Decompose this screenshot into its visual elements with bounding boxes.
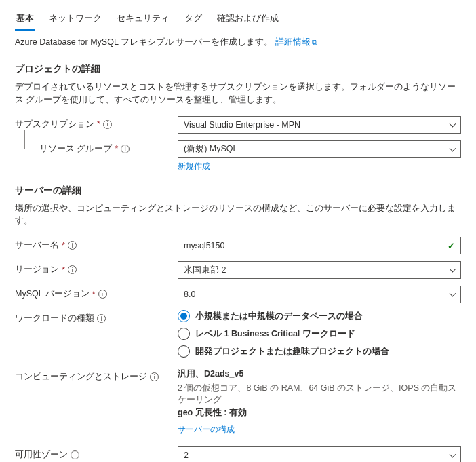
server-name-input[interactable]: mysql5150 <box>178 237 461 254</box>
compute-storage-label: コンピューティングとストレージ <box>15 371 147 383</box>
compute-sku: 汎用、D2ads_v5 <box>178 368 461 380</box>
compute-geo-redundancy: geo 冗長性 : 有効 <box>178 407 461 419</box>
project-heading: プロジェクトの詳細 <box>15 63 461 75</box>
required-asterisk: * <box>62 241 65 250</box>
tab-network[interactable]: ネットワーク <box>47 9 103 30</box>
availability-zone-select[interactable]: 2 <box>178 446 461 462</box>
radio-icon <box>178 310 190 322</box>
region-select[interactable]: 米国東部 2 <box>178 261 461 279</box>
required-asterisk: * <box>92 290 96 299</box>
create-new-link[interactable]: 新規作成 <box>178 161 210 172</box>
resource-group-label: リソース グループ <box>39 143 112 155</box>
radio-icon <box>178 345 190 358</box>
required-asterisk: * <box>97 119 100 129</box>
tab-review[interactable]: 確認および作成 <box>216 9 280 30</box>
required-asterisk: * <box>115 144 118 153</box>
tab-security[interactable]: セキュリティ <box>115 9 171 30</box>
required-asterisk: * <box>62 265 65 275</box>
availability-zone-label: 可用性ゾーン <box>15 449 68 461</box>
radio-icon <box>178 328 190 340</box>
info-icon[interactable]: i <box>97 314 106 323</box>
tab-basic[interactable]: 基本 <box>15 9 35 30</box>
info-icon[interactable]: i <box>68 265 77 274</box>
region-label: リージョン <box>15 264 59 275</box>
info-icon[interactable]: i <box>150 372 159 381</box>
external-link-icon: ⧉ <box>312 38 317 46</box>
configure-server-link[interactable]: サーバーの構成 <box>178 424 235 436</box>
workload-option-dev-hobby[interactable]: 開発プロジェクトまたは趣味プロジェクトの場合 <box>178 345 461 358</box>
tab-bar: 基本 ネットワーク セキュリティ タグ 確認および作成 <box>15 9 461 30</box>
subscription-select[interactable]: Visual Studio Enterprise - MPN <box>178 116 461 134</box>
server-desc: 場所の選択や、コンピューティングとストレージのリソースの構成など、このサーバーに… <box>15 202 461 228</box>
compute-spec: 2 個の仮想コア、8 GiB の RAM、64 GiB のストレージ、IOPS … <box>178 383 461 406</box>
info-icon[interactable]: i <box>98 290 107 299</box>
project-desc: デプロイされているリソースとコストを管理するサブスクリプションを選択します。フォ… <box>15 81 461 107</box>
server-name-label: サーバー名 <box>15 239 59 251</box>
learn-more-link[interactable]: 詳細情報⧉ <box>275 37 317 47</box>
server-heading: サーバーの詳細 <box>15 185 461 197</box>
workload-label: ワークロードの種類 <box>15 313 94 324</box>
info-icon[interactable]: i <box>121 145 130 153</box>
mysql-version-select[interactable]: 8.0 <box>178 286 461 303</box>
workload-option-business-critical[interactable]: レベル 1 Business Critical ワークロード <box>178 328 461 340</box>
mysql-version-label: MySQL バージョン <box>15 288 90 300</box>
info-icon[interactable]: i <box>103 120 112 129</box>
info-icon[interactable]: i <box>68 241 77 250</box>
workload-option-small-medium[interactable]: 小規模または中規模のデータベースの場合 <box>178 310 461 322</box>
info-icon[interactable]: i <box>71 450 79 459</box>
resource-group-select[interactable]: (新規) MySQL <box>178 140 461 158</box>
tab-tags[interactable]: タグ <box>183 9 203 30</box>
workload-radio-group: 小規模または中規模のデータベースの場合 レベル 1 Business Criti… <box>178 310 461 358</box>
intro-description: Azure Database for MySQL フレキシブル サーバーを作成し… <box>15 37 273 47</box>
intro-text: Azure Database for MySQL フレキシブル サーバーを作成し… <box>15 37 461 48</box>
subscription-label: サブスクリプション <box>15 119 94 130</box>
